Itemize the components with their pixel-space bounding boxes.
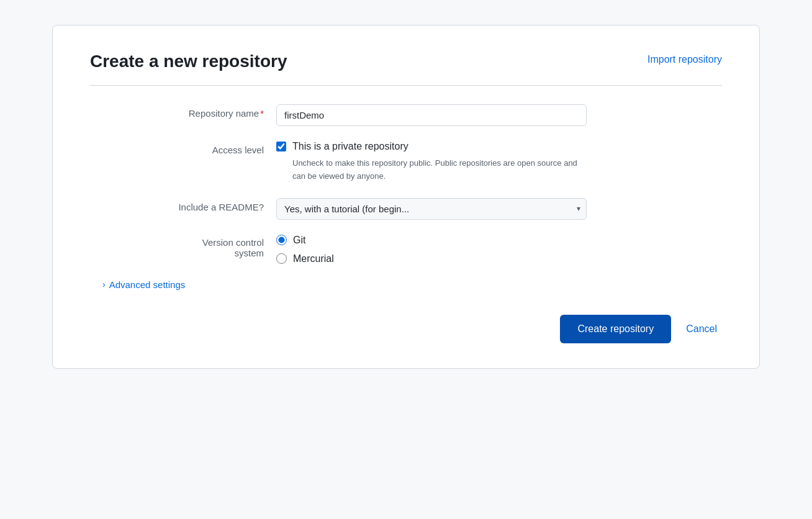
- readme-select[interactable]: Yes, with a tutorial (for begin... Yes, …: [276, 198, 587, 220]
- chevron-right-icon: ›: [102, 279, 106, 289]
- access-level-label: Access level: [90, 141, 276, 155]
- vcs-git-radio[interactable]: [276, 235, 287, 245]
- readme-label: Include a README?: [90, 198, 276, 212]
- private-repo-checkbox-label[interactable]: This is a private repository: [292, 141, 408, 152]
- create-repository-button[interactable]: Create repository: [560, 315, 671, 343]
- private-repo-checkbox[interactable]: [276, 142, 286, 151]
- advanced-settings-link[interactable]: Advanced settings: [109, 279, 186, 290]
- readme-group: Include a README? Yes, with a tutorial (…: [90, 198, 722, 220]
- action-row: Create repository Cancel: [90, 315, 722, 343]
- vcs-group: Version control system Git Mercurial: [90, 235, 722, 264]
- readme-select-wrapper: Yes, with a tutorial (for begin... Yes, …: [276, 198, 587, 220]
- repo-name-input[interactable]: [276, 104, 587, 126]
- vcs-radio-group: Git Mercurial: [276, 235, 587, 264]
- header-divider: [90, 85, 722, 86]
- header-row: Create a new repository Import repositor…: [90, 50, 722, 73]
- access-level-help-text: Uncheck to make this repository public. …: [292, 157, 587, 183]
- vcs-mercurial-label[interactable]: Mercurial: [293, 253, 334, 264]
- vcs-git-row: Git: [276, 235, 587, 246]
- readme-content: Yes, with a tutorial (for begin... Yes, …: [276, 198, 587, 220]
- vcs-label: Version control system: [90, 235, 276, 258]
- vcs-mercurial-radio[interactable]: [276, 253, 287, 264]
- create-repo-card: Create a new repository Import repositor…: [52, 25, 760, 369]
- vcs-git-label[interactable]: Git: [293, 235, 305, 246]
- page-title: Create a new repository: [90, 50, 287, 73]
- vcs-content: Git Mercurial: [276, 235, 587, 264]
- repo-name-label: Repository name*: [90, 104, 276, 119]
- required-indicator: *: [260, 108, 264, 119]
- access-level-group: Access level This is a private repositor…: [90, 141, 722, 183]
- repo-name-content: [276, 104, 587, 126]
- import-repository-link[interactable]: Import repository: [647, 54, 722, 65]
- repo-name-group: Repository name*: [90, 104, 722, 126]
- private-repo-row: This is a private repository: [276, 141, 587, 152]
- cancel-button[interactable]: Cancel: [681, 316, 722, 342]
- access-level-content: This is a private repository Uncheck to …: [276, 141, 587, 183]
- advanced-settings-row: › Advanced settings: [90, 279, 722, 290]
- vcs-mercurial-row: Mercurial: [276, 253, 587, 264]
